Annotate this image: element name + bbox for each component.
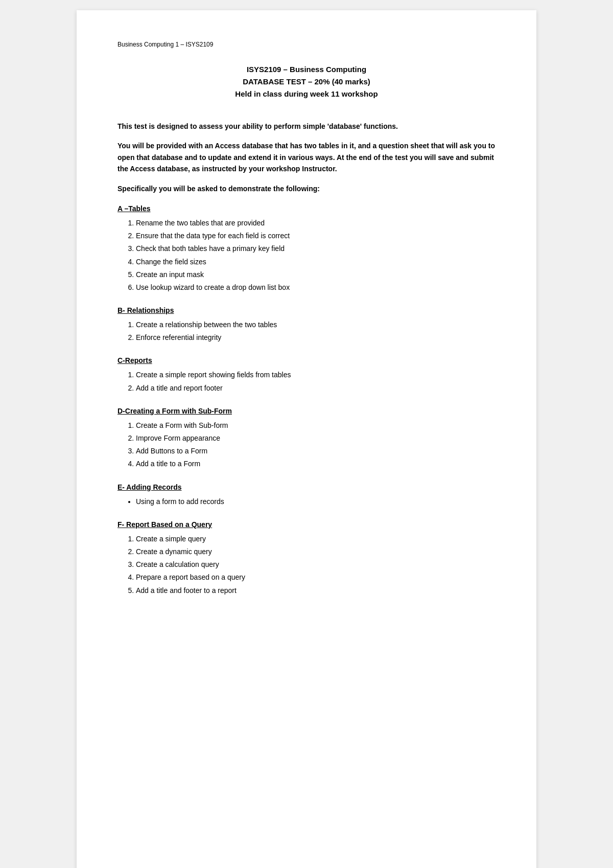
title-line-3: Held in class during week 11 workshop bbox=[117, 88, 496, 100]
list-item-5-0: Create a simple query bbox=[136, 533, 496, 545]
list-item-4-0: Using a form to add records bbox=[136, 495, 496, 508]
section-heading-1: B- Relationships bbox=[117, 306, 496, 314]
list-item-1-1: Enforce referential integrity bbox=[136, 331, 496, 344]
section-heading-0: A –Tables bbox=[117, 204, 496, 213]
section-0: A –TablesRename the two tables that are … bbox=[117, 204, 496, 294]
section-list-0: Rename the two tables that are providedE… bbox=[136, 217, 496, 294]
section-list-3: Create a Form with Sub-formImprove Form … bbox=[136, 419, 496, 471]
list-item-5-2: Create a calculation query bbox=[136, 558, 496, 571]
section-4: E- Adding RecordsUsing a form to add rec… bbox=[117, 483, 496, 508]
intro-paragraph-2: You will be provided with an Access data… bbox=[117, 140, 496, 174]
list-item-2-1: Add a title and report footer bbox=[136, 382, 496, 395]
list-item-5-4: Add a title and footer to a report bbox=[136, 584, 496, 597]
section-heading-3: D-Creating a Form with Sub-Form bbox=[117, 407, 496, 415]
list-item-5-3: Prepare a report based on a query bbox=[136, 571, 496, 584]
list-item-0-4: Create an input mask bbox=[136, 268, 496, 281]
list-item-3-3: Add a title to a Form bbox=[136, 458, 496, 470]
title-block: ISYS2109 – Business Computing DATABASE T… bbox=[117, 63, 496, 100]
header-label: Business Computing 1 – ISYS2109 bbox=[117, 41, 496, 48]
page: Business Computing 1 – ISYS2109 ISYS2109… bbox=[77, 10, 536, 868]
list-item-0-3: Change the field sizes bbox=[136, 256, 496, 268]
list-item-2-0: Create a simple report showing fields fr… bbox=[136, 369, 496, 381]
list-item-0-1: Ensure that the data type for each field… bbox=[136, 230, 496, 242]
list-item-3-0: Create a Form with Sub-form bbox=[136, 419, 496, 432]
specifically-text: Specifically you will be asked to demons… bbox=[117, 183, 496, 194]
list-item-3-1: Improve Form appearance bbox=[136, 432, 496, 445]
section-list-5: Create a simple queryCreate a dynamic qu… bbox=[136, 533, 496, 597]
intro-paragraph-1: This test is designed to assess your abi… bbox=[117, 121, 496, 132]
title-line-2: DATABASE TEST – 20% (40 marks) bbox=[117, 76, 496, 88]
section-list-2: Create a simple report showing fields fr… bbox=[136, 369, 496, 394]
list-item-3-2: Add Buttons to a Form bbox=[136, 445, 496, 458]
list-item-0-0: Rename the two tables that are provided bbox=[136, 217, 496, 230]
list-item-1-0: Create a relationship between the two ta… bbox=[136, 318, 496, 331]
section-heading-2: C-Reports bbox=[117, 356, 496, 364]
list-item-0-2: Check that both tables have a primary ke… bbox=[136, 242, 496, 255]
section-3: D-Creating a Form with Sub-FormCreate a … bbox=[117, 407, 496, 471]
section-2: C-ReportsCreate a simple report showing … bbox=[117, 356, 496, 394]
section-1: B- RelationshipsCreate a relationship be… bbox=[117, 306, 496, 344]
title-line-1: ISYS2109 – Business Computing bbox=[117, 63, 496, 76]
list-item-5-1: Create a dynamic query bbox=[136, 545, 496, 558]
section-5: F- Report Based on a QueryCreate a simpl… bbox=[117, 520, 496, 597]
section-heading-5: F- Report Based on a Query bbox=[117, 520, 496, 529]
section-list-4: Using a form to add records bbox=[136, 495, 496, 508]
list-item-0-5: Use lookup wizard to create a drop down … bbox=[136, 281, 496, 294]
section-list-1: Create a relationship between the two ta… bbox=[136, 318, 496, 344]
intro-section: This test is designed to assess your abi… bbox=[117, 121, 496, 194]
section-heading-4: E- Adding Records bbox=[117, 483, 496, 491]
sections-container: A –TablesRename the two tables that are … bbox=[117, 204, 496, 597]
